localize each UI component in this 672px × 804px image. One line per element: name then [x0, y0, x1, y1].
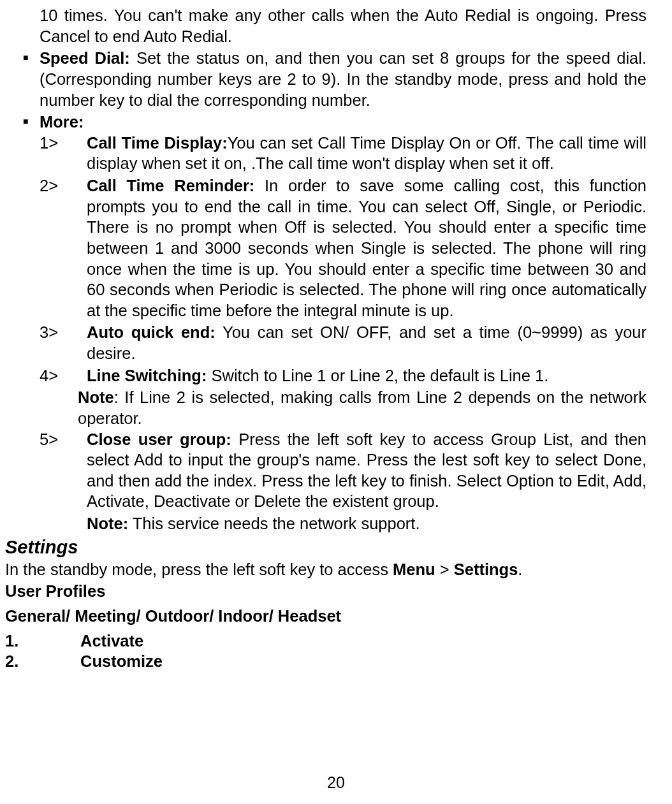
item-call-time-display: 1> Call Time Display:You can set Call Ti…	[40, 133, 646, 174]
settings-intro-end: .	[518, 560, 522, 578]
profiles-line: General/ Meeting/ Outdoor/ Indoor/ Heads…	[5, 606, 646, 627]
note-text: : If Line 2 is selected, making calls fr…	[78, 388, 646, 427]
line-switching-text: Switch to Line 1 or Line 2, the default …	[207, 367, 548, 384]
bullet-list: ■ Speed Dial: Set the status on, and the…	[5, 48, 646, 534]
bullet-speed-dial: ■ Speed Dial: Set the status on, and the…	[5, 48, 646, 110]
num-marker: 2>	[40, 175, 87, 321]
option-label: Activate	[80, 631, 143, 652]
item-line-switching: 4> Line Switching: Switch to Line 1 or L…	[40, 365, 646, 386]
bullet-more: ■ More: 1> Call Time Display:You can set…	[5, 112, 646, 534]
num-marker: 3>	[40, 322, 87, 363]
line-switching-note: Note: If Line 2 is selected, making call…	[40, 387, 646, 428]
option-number: 1.	[5, 631, 80, 652]
bullet-marker-icon: ■	[5, 112, 40, 534]
item-auto-quick-end: 3> Auto quick end: You can set ON/ OFF, …	[40, 322, 646, 363]
settings-intro-pre: In the standby mode, press the left soft…	[5, 560, 393, 578]
profiles-options-list: 1. Activate 2. Customize	[5, 631, 646, 672]
line-switching-label: Line Switching:	[87, 367, 207, 384]
settings-intro-mid: >	[435, 560, 454, 578]
settings-heading: Settings	[5, 536, 646, 559]
option-customize: 2. Customize	[5, 651, 646, 672]
settings-settings-bold: Settings	[454, 560, 518, 578]
call-time-display-label: Call Time Display:	[87, 134, 228, 152]
speed-dial-label: Speed Dial:	[40, 49, 136, 67]
page: 10 times. You can't make any other calls…	[0, 0, 672, 804]
call-time-reminder-label: Call Time Reminder:	[87, 177, 254, 194]
note-label: Note	[78, 388, 114, 406]
intro-paragraph: 10 times. You can't make any other calls…	[40, 5, 646, 47]
numbered-list: 1> Call Time Display:You can set Call Ti…	[40, 133, 646, 534]
close-user-group-label: Close user group:	[87, 430, 231, 448]
num-marker: 5>	[40, 429, 87, 513]
page-number: 20	[0, 772, 672, 793]
auto-quick-end-label: Auto quick end:	[87, 323, 215, 341]
user-profiles-heading: User Profiles	[5, 581, 646, 602]
settings-menu-bold: Menu	[393, 560, 435, 578]
item-call-time-reminder: 2> Call Time Reminder: In order to save …	[40, 175, 646, 321]
settings-intro: In the standby mode, press the left soft…	[5, 559, 646, 580]
more-label: More:	[40, 113, 84, 131]
num-marker: 1>	[40, 133, 87, 174]
close-user-group-note: Note: This service needs the network sup…	[40, 513, 646, 534]
option-number: 2.	[5, 651, 80, 672]
call-time-reminder-text: In order to save some calling cost, this…	[87, 177, 646, 319]
item-close-user-group: 5> Close user group: Press the left soft…	[40, 429, 646, 513]
bullet-marker-icon: ■	[5, 48, 40, 110]
option-activate: 1. Activate	[5, 631, 646, 652]
num-marker: 4>	[40, 365, 87, 386]
note-label: Note:	[87, 515, 128, 532]
note-text: This service needs the network support.	[128, 515, 420, 532]
option-label: Customize	[80, 651, 163, 672]
